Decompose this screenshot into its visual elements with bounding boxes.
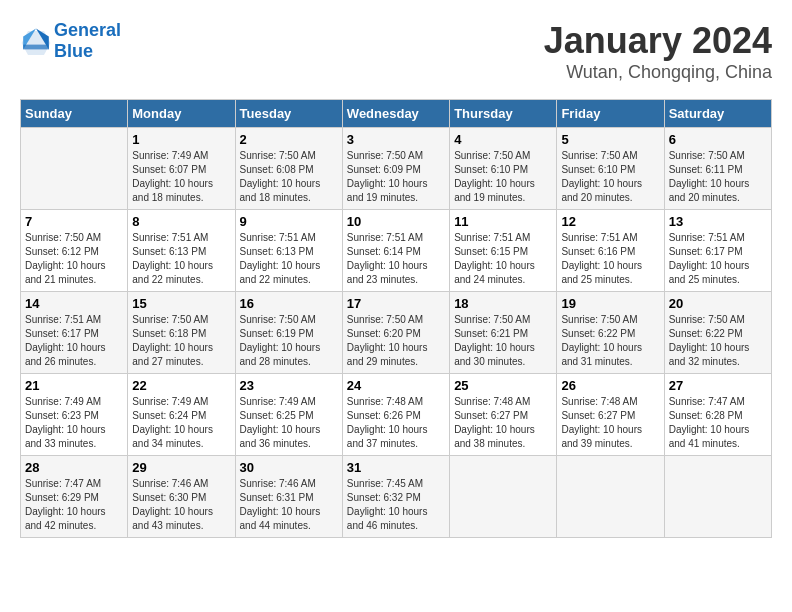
sunrise-text: Sunrise: 7:51 AM xyxy=(669,232,745,243)
daylight-text: Daylight: 10 hours and 29 minutes. xyxy=(347,342,428,367)
calendar-cell: 9 Sunrise: 7:51 AM Sunset: 6:13 PM Dayli… xyxy=(235,210,342,292)
sunset-text: Sunset: 6:23 PM xyxy=(25,410,99,421)
sunrise-text: Sunrise: 7:50 AM xyxy=(669,150,745,161)
calendar-cell: 27 Sunrise: 7:47 AM Sunset: 6:28 PM Dayl… xyxy=(664,374,771,456)
logo: General Blue xyxy=(20,20,121,62)
calendar-cell: 13 Sunrise: 7:51 AM Sunset: 6:17 PM Dayl… xyxy=(664,210,771,292)
day-number: 11 xyxy=(454,214,552,229)
sunrise-text: Sunrise: 7:49 AM xyxy=(240,396,316,407)
sunrise-text: Sunrise: 7:50 AM xyxy=(669,314,745,325)
day-info: Sunrise: 7:51 AM Sunset: 6:15 PM Dayligh… xyxy=(454,231,552,287)
day-number: 18 xyxy=(454,296,552,311)
sunrise-text: Sunrise: 7:48 AM xyxy=(347,396,423,407)
day-info: Sunrise: 7:50 AM Sunset: 6:18 PM Dayligh… xyxy=(132,313,230,369)
sunset-text: Sunset: 6:12 PM xyxy=(25,246,99,257)
sunrise-text: Sunrise: 7:49 AM xyxy=(132,150,208,161)
calendar-cell: 28 Sunrise: 7:47 AM Sunset: 6:29 PM Dayl… xyxy=(21,456,128,538)
day-number: 13 xyxy=(669,214,767,229)
daylight-text: Daylight: 10 hours and 46 minutes. xyxy=(347,506,428,531)
day-number: 25 xyxy=(454,378,552,393)
calendar-cell: 12 Sunrise: 7:51 AM Sunset: 6:16 PM Dayl… xyxy=(557,210,664,292)
sunrise-text: Sunrise: 7:50 AM xyxy=(561,150,637,161)
calendar-cell xyxy=(21,128,128,210)
day-number: 28 xyxy=(25,460,123,475)
sunset-text: Sunset: 6:16 PM xyxy=(561,246,635,257)
day-number: 16 xyxy=(240,296,338,311)
day-info: Sunrise: 7:49 AM Sunset: 6:25 PM Dayligh… xyxy=(240,395,338,451)
sunset-text: Sunset: 6:21 PM xyxy=(454,328,528,339)
calendar-cell: 23 Sunrise: 7:49 AM Sunset: 6:25 PM Dayl… xyxy=(235,374,342,456)
calendar-cell: 25 Sunrise: 7:48 AM Sunset: 6:27 PM Dayl… xyxy=(450,374,557,456)
day-info: Sunrise: 7:49 AM Sunset: 6:23 PM Dayligh… xyxy=(25,395,123,451)
calendar-cell: 14 Sunrise: 7:51 AM Sunset: 6:17 PM Dayl… xyxy=(21,292,128,374)
day-number: 31 xyxy=(347,460,445,475)
sunset-text: Sunset: 6:18 PM xyxy=(132,328,206,339)
day-info: Sunrise: 7:46 AM Sunset: 6:31 PM Dayligh… xyxy=(240,477,338,533)
calendar-cell: 10 Sunrise: 7:51 AM Sunset: 6:14 PM Dayl… xyxy=(342,210,449,292)
daylight-text: Daylight: 10 hours and 26 minutes. xyxy=(25,342,106,367)
sunset-text: Sunset: 6:25 PM xyxy=(240,410,314,421)
daylight-text: Daylight: 10 hours and 18 minutes. xyxy=(240,178,321,203)
svg-rect-3 xyxy=(23,45,49,50)
calendar-cell: 19 Sunrise: 7:50 AM Sunset: 6:22 PM Dayl… xyxy=(557,292,664,374)
sunrise-text: Sunrise: 7:46 AM xyxy=(240,478,316,489)
day-number: 29 xyxy=(132,460,230,475)
calendar-cell: 18 Sunrise: 7:50 AM Sunset: 6:21 PM Dayl… xyxy=(450,292,557,374)
calendar-cell xyxy=(664,456,771,538)
daylight-text: Daylight: 10 hours and 33 minutes. xyxy=(25,424,106,449)
sunset-text: Sunset: 6:31 PM xyxy=(240,492,314,503)
sunrise-text: Sunrise: 7:51 AM xyxy=(454,232,530,243)
day-info: Sunrise: 7:50 AM Sunset: 6:10 PM Dayligh… xyxy=(561,149,659,205)
day-info: Sunrise: 7:50 AM Sunset: 6:08 PM Dayligh… xyxy=(240,149,338,205)
sunrise-text: Sunrise: 7:51 AM xyxy=(561,232,637,243)
calendar-cell: 31 Sunrise: 7:45 AM Sunset: 6:32 PM Dayl… xyxy=(342,456,449,538)
day-number: 3 xyxy=(347,132,445,147)
calendar-cell: 3 Sunrise: 7:50 AM Sunset: 6:09 PM Dayli… xyxy=(342,128,449,210)
sunset-text: Sunset: 6:29 PM xyxy=(25,492,99,503)
day-info: Sunrise: 7:46 AM Sunset: 6:30 PM Dayligh… xyxy=(132,477,230,533)
sunrise-text: Sunrise: 7:50 AM xyxy=(347,314,423,325)
title-block: January 2024 Wutan, Chongqing, China xyxy=(544,20,772,83)
day-number: 24 xyxy=(347,378,445,393)
daylight-text: Daylight: 10 hours and 19 minutes. xyxy=(454,178,535,203)
daylight-text: Daylight: 10 hours and 21 minutes. xyxy=(25,260,106,285)
calendar-cell: 17 Sunrise: 7:50 AM Sunset: 6:20 PM Dayl… xyxy=(342,292,449,374)
sunrise-text: Sunrise: 7:51 AM xyxy=(132,232,208,243)
daylight-text: Daylight: 10 hours and 24 minutes. xyxy=(454,260,535,285)
day-number: 6 xyxy=(669,132,767,147)
calendar-cell: 15 Sunrise: 7:50 AM Sunset: 6:18 PM Dayl… xyxy=(128,292,235,374)
calendar-cell: 20 Sunrise: 7:50 AM Sunset: 6:22 PM Dayl… xyxy=(664,292,771,374)
main-title: January 2024 xyxy=(544,20,772,62)
day-info: Sunrise: 7:51 AM Sunset: 6:17 PM Dayligh… xyxy=(25,313,123,369)
day-number: 21 xyxy=(25,378,123,393)
daylight-text: Daylight: 10 hours and 42 minutes. xyxy=(25,506,106,531)
sunrise-text: Sunrise: 7:51 AM xyxy=(25,314,101,325)
day-of-week-header: Monday xyxy=(128,100,235,128)
daylight-text: Daylight: 10 hours and 25 minutes. xyxy=(669,260,750,285)
sunrise-text: Sunrise: 7:50 AM xyxy=(240,314,316,325)
day-number: 20 xyxy=(669,296,767,311)
calendar-cell: 7 Sunrise: 7:50 AM Sunset: 6:12 PM Dayli… xyxy=(21,210,128,292)
sunrise-text: Sunrise: 7:48 AM xyxy=(454,396,530,407)
daylight-text: Daylight: 10 hours and 27 minutes. xyxy=(132,342,213,367)
day-info: Sunrise: 7:50 AM Sunset: 6:22 PM Dayligh… xyxy=(561,313,659,369)
day-of-week-header: Sunday xyxy=(21,100,128,128)
day-info: Sunrise: 7:48 AM Sunset: 6:27 PM Dayligh… xyxy=(454,395,552,451)
day-number: 26 xyxy=(561,378,659,393)
day-of-week-header: Thursday xyxy=(450,100,557,128)
sunset-text: Sunset: 6:11 PM xyxy=(669,164,743,175)
daylight-text: Daylight: 10 hours and 20 minutes. xyxy=(561,178,642,203)
calendar-cell xyxy=(557,456,664,538)
day-number: 27 xyxy=(669,378,767,393)
sunrise-text: Sunrise: 7:47 AM xyxy=(25,478,101,489)
calendar-cell: 4 Sunrise: 7:50 AM Sunset: 6:10 PM Dayli… xyxy=(450,128,557,210)
day-info: Sunrise: 7:51 AM Sunset: 6:13 PM Dayligh… xyxy=(240,231,338,287)
sunset-text: Sunset: 6:27 PM xyxy=(561,410,635,421)
calendar-cell: 30 Sunrise: 7:46 AM Sunset: 6:31 PM Dayl… xyxy=(235,456,342,538)
day-number: 22 xyxy=(132,378,230,393)
sunset-text: Sunset: 6:07 PM xyxy=(132,164,206,175)
sunset-text: Sunset: 6:14 PM xyxy=(347,246,421,257)
daylight-text: Daylight: 10 hours and 44 minutes. xyxy=(240,506,321,531)
sunset-text: Sunset: 6:13 PM xyxy=(132,246,206,257)
calendar-week-row: 21 Sunrise: 7:49 AM Sunset: 6:23 PM Dayl… xyxy=(21,374,772,456)
